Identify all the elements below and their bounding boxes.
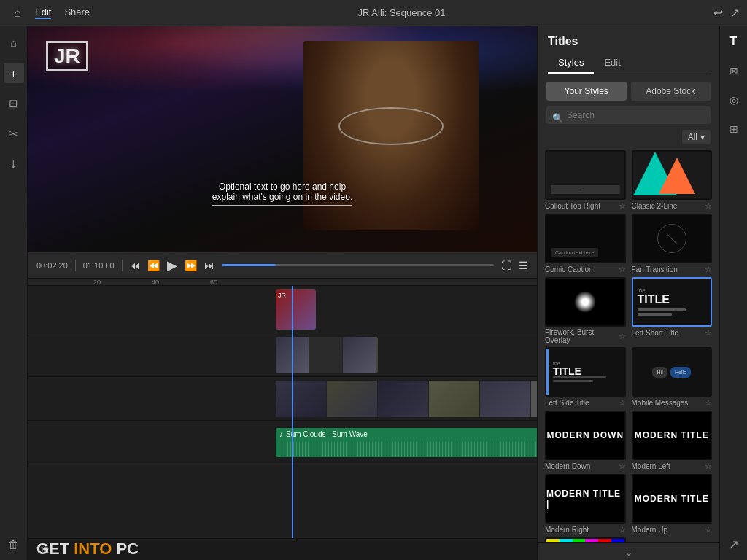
style-label-row: Mobile Messages ☆ (632, 397, 713, 409)
top-menu: Edit Share (35, 7, 90, 19)
center-area: JR Optional text to go here and help exp… (28, 26, 537, 560)
frame-back-button[interactable]: ⏪ (147, 260, 160, 271)
style-card-modern-right[interactable]: MODERN TITLE | Modern Right ☆ (545, 474, 626, 536)
scroll-down-indicator[interactable]: ⌄ (538, 542, 719, 560)
home-button[interactable]: ⌂ (7, 3, 28, 23)
style-card-modern-up[interactable]: MODERN TITLE Modern Up ☆ (632, 474, 713, 536)
style-label-row: Modern Down ☆ (545, 460, 626, 472)
menu-edit[interactable]: Edit (35, 7, 51, 19)
track-row-video2 (28, 377, 537, 421)
scroll-down-icon: ⌄ (624, 546, 633, 558)
style-card-modern-down[interactable]: Modern Down Modern Down ☆ (545, 411, 626, 472)
favorite-icon[interactable]: ☆ (705, 201, 712, 211)
timeline-menu-button[interactable]: ☰ (519, 260, 528, 271)
playhead[interactable] (292, 286, 293, 538)
video-clip-1[interactable] (276, 337, 378, 373)
style-row: Caption text here Comic Caption ☆ (545, 214, 712, 276)
style-row: Firework, Burst Overlay ☆ the TITLE (545, 277, 712, 346)
style-card-classic-2line[interactable]: Classic 2-Line ☆ (632, 150, 713, 212)
adobe-stock-button[interactable]: Adobe Stock (631, 82, 711, 101)
audio-clip[interactable]: ♪ Sum Clouds - Sum Wave (276, 428, 537, 457)
panel-tabs: Styles Edit (548, 54, 709, 74)
style-label-row: Fan Transition ☆ (632, 263, 713, 276)
color-wheel-icon[interactable]: ◎ (724, 90, 743, 109)
style-label: Left Short Title (632, 329, 678, 337)
favorite-icon[interactable]: ☆ (619, 332, 626, 341)
styles-grid: —————— Callout Top Right ☆ (538, 150, 719, 542)
skip-back-button[interactable]: ⏮ (130, 260, 140, 271)
text-tool-icon[interactable]: T (724, 32, 743, 51)
favorite-icon[interactable]: ☆ (619, 265, 626, 274)
track-row-video1 (28, 333, 537, 377)
search-input[interactable] (546, 106, 711, 124)
favorite-icon[interactable]: ☆ (705, 398, 712, 408)
style-card-left-short-title[interactable]: the TITLE Left Short Title ☆ (632, 277, 713, 346)
import-icon[interactable]: ⤓ (4, 155, 24, 175)
favorite-icon[interactable]: ☆ (619, 398, 626, 408)
skip-forward-button[interactable]: ⏭ (204, 260, 214, 271)
style-thumb (632, 150, 713, 200)
layout-icon[interactable]: ⊞ (724, 120, 743, 139)
favorite-icon[interactable]: ☆ (619, 525, 626, 534)
title-clip[interactable]: JR (276, 289, 316, 330)
style-label-row: Left Short Title ☆ (632, 327, 713, 339)
progress-bar[interactable] (222, 264, 494, 266)
style-label: Callout Top Right (545, 202, 600, 210)
filter-dropdown[interactable]: All ▾ (682, 130, 711, 144)
cut-icon[interactable]: ✂ (4, 124, 24, 144)
style-row: Color Bars ☆ (545, 537, 712, 542)
main-layout: ⌂ + ⊟ ✂ ⤓ 🗑 JR Optional text t (0, 26, 747, 560)
style-thumb: MODERN TITLE (632, 474, 713, 524)
video-preview[interactable]: JR Optional text to go here and help exp… (28, 26, 537, 252)
style-card-left-side-title[interactable]: the TITLE Left Side Title ☆ (545, 347, 626, 409)
style-thumb: Caption text here (545, 214, 626, 263)
tab-edit[interactable]: Edit (594, 54, 630, 74)
favorite-icon[interactable]: ☆ (705, 265, 712, 274)
style-card-firework[interactable]: Firework, Burst Overlay ☆ (545, 277, 626, 346)
search-icon: 🔍 (552, 113, 563, 123)
favorite-icon[interactable]: ☆ (705, 328, 712, 338)
frame-forward-button[interactable]: ⏩ (185, 260, 197, 271)
favorite-icon[interactable]: ☆ (619, 462, 626, 471)
left-sidebar: ⌂ + ⊟ ✂ ⤓ 🗑 (0, 26, 28, 560)
video-clip-2[interactable] (276, 381, 537, 417)
delete-icon[interactable]: 🗑 (4, 534, 24, 554)
favorite-icon[interactable]: ☆ (705, 462, 712, 471)
audio-label: Sum Clouds - Sum Wave (286, 430, 368, 438)
style-card-mobile-messages[interactable]: Hi! Hello Mobile Messages ☆ (632, 347, 713, 409)
home-icon[interactable]: ⌂ (4, 32, 24, 52)
style-label-row: Firework, Burst Overlay ☆ (545, 327, 626, 346)
music-icon: ♪ (279, 430, 283, 438)
style-label-row: Modern Up ☆ (632, 524, 713, 536)
fullscreen-button[interactable]: ⛶ (501, 260, 511, 271)
style-label: Modern Up (632, 526, 667, 534)
add-icon[interactable]: + (4, 63, 24, 83)
favorite-icon[interactable]: ☆ (619, 201, 626, 211)
style-card-comic-caption[interactable]: Caption text here Comic Caption ☆ (545, 214, 626, 276)
panel-title: Titles (548, 35, 709, 48)
style-card-color-bars[interactable]: Color Bars ☆ (545, 537, 626, 542)
style-label: Comic Caption (545, 265, 593, 273)
style-card-callout-top-right[interactable]: —————— Callout Top Right ☆ (545, 150, 626, 212)
your-styles-button[interactable]: Your Styles (546, 82, 627, 101)
style-card-modern-left[interactable]: MODERN TITLE Modern Left ☆ (632, 411, 713, 472)
undo-button[interactable]: ↩ (713, 6, 723, 20)
cursor-icon[interactable]: ↗ (724, 535, 743, 554)
style-thumb: MODERN TITLE (632, 411, 713, 460)
favorite-icon[interactable]: ☆ (705, 525, 712, 534)
share-button[interactable]: ↗ (730, 6, 740, 20)
style-thumb: the TITLE (632, 277, 713, 327)
menu-share[interactable]: Share (64, 7, 90, 19)
search-container: 🔍 (538, 106, 719, 130)
style-row: the TITLE Left Side Title ☆ (545, 347, 712, 409)
timeline-tracks: JR (28, 286, 537, 538)
crop-tool-icon[interactable]: ⊠ (724, 61, 743, 80)
style-card-fan-transition[interactable]: Fan Transition ☆ (632, 214, 713, 276)
play-button[interactable]: ▶ (167, 257, 177, 273)
top-actions: ↩ ↗ (713, 6, 740, 20)
current-time: 00:02 20 (36, 261, 68, 270)
tab-styles[interactable]: Styles (548, 54, 594, 74)
layers-icon[interactable]: ⊟ (4, 93, 24, 114)
style-thumb: Hi! Hello (632, 347, 713, 397)
right-icons-bar: T ⊠ ◎ ⊞ ↗ (719, 26, 747, 560)
